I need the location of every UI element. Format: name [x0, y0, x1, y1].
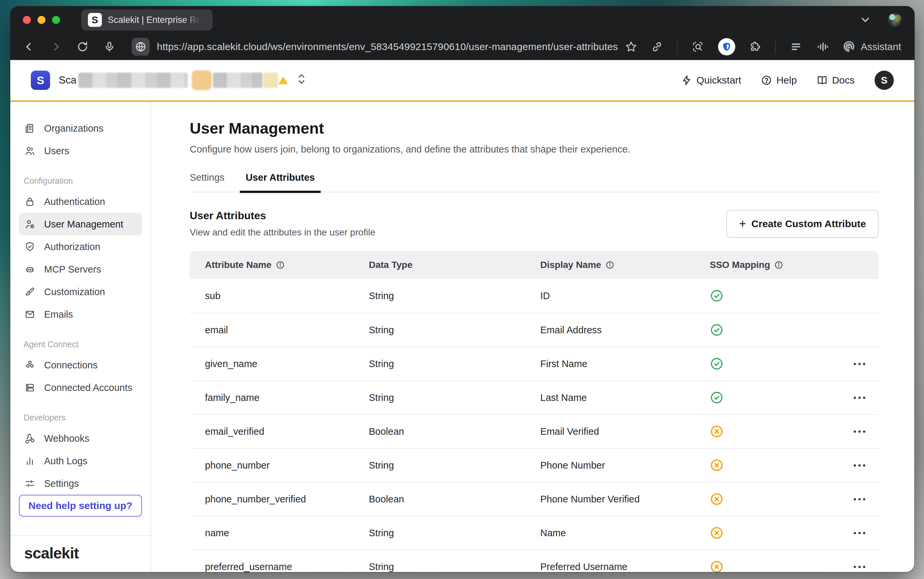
site-globe-icon — [132, 38, 150, 56]
envelope-icon — [24, 309, 36, 320]
info-icon[interactable] — [605, 260, 615, 270]
table-row-name: nameStringName — [190, 516, 878, 550]
docs-button[interactable]: Docs — [817, 75, 855, 86]
sidebar-item-label: Settings — [44, 478, 79, 489]
column-header-label: Attribute Name — [205, 260, 271, 270]
organizations-icon — [24, 123, 36, 134]
data-type-cell: String — [369, 325, 540, 335]
x-circle-icon — [710, 526, 836, 540]
window-minimize-button[interactable] — [38, 16, 46, 24]
data-type-cell: Boolean — [369, 426, 540, 437]
copy-link-icon[interactable] — [651, 41, 663, 53]
assistant-label: Assistant — [861, 41, 901, 52]
extensions-puzzle-icon[interactable] — [749, 41, 761, 53]
create-custom-attribute-button[interactable]: + Create Custom Attribute — [726, 210, 878, 238]
row-actions-cell — [836, 495, 878, 504]
sidebar-item-authentication[interactable]: Authentication — [19, 190, 142, 213]
scalekit-app: S Sca Qui — [10, 60, 914, 572]
attribute-name-cell: sub — [190, 291, 369, 301]
user-attributes-table: Attribute NameData TypeDisplay NameSSO M… — [190, 251, 878, 572]
attribute-name-cell: family_name — [190, 392, 369, 403]
sidebar-item-mcp-servers[interactable]: MCP Servers — [19, 258, 142, 281]
tab-list-chevron-icon[interactable] — [859, 14, 871, 26]
column-header-label: Data Type — [369, 260, 412, 270]
sidebar-nav: OrganizationsUsersConfigurationAuthentic… — [10, 102, 151, 572]
window-zoom-button[interactable] — [52, 16, 60, 24]
sidebar-item-label: Customization — [44, 286, 105, 298]
row-actions-cell — [836, 393, 878, 402]
data-type-cell: Boolean — [369, 494, 540, 505]
browser-tab[interactable]: S Scalekit | Enterprise Ready A — [81, 9, 213, 31]
sidebar-item-webhooks[interactable]: Webhooks — [19, 427, 142, 450]
row-menu-ellipsis-icon[interactable] — [852, 427, 867, 436]
info-icon[interactable] — [774, 260, 783, 270]
sidebar-item-label: Auth Logs — [44, 456, 88, 466]
desktop-background: S Scalekit | Enterprise Ready A — [0, 0, 924, 579]
tab-settings[interactable]: Settings — [190, 172, 224, 192]
sidebar-item-connections[interactable]: Connections — [19, 354, 142, 376]
table-header-row: Attribute NameData TypeDisplay NameSSO M… — [190, 251, 878, 279]
row-menu-ellipsis-icon[interactable] — [852, 360, 867, 368]
need-help-button[interactable]: Need help setting up? — [19, 495, 142, 517]
bookmark-star-icon[interactable] — [625, 41, 637, 53]
check-circle-icon — [710, 289, 836, 303]
sidebar-item-user-management[interactable]: User Management — [19, 213, 142, 236]
display-name-cell: Preferred Username — [540, 561, 710, 572]
page-subtitle: Configure how users join, belong to orga… — [190, 144, 878, 155]
help-circle-icon — [761, 75, 772, 85]
reload-icon[interactable] — [77, 41, 88, 53]
section-header: User Attributes View and edit the attrib… — [190, 209, 878, 238]
browser-profile-avatar[interactable] — [888, 13, 902, 27]
address-bar[interactable]: https://app.scalekit.cloud/ws/environmen… — [132, 38, 618, 56]
sidebar-item-label: Connected Accounts — [44, 382, 132, 393]
reading-list-icon[interactable] — [790, 41, 802, 53]
info-icon[interactable] — [276, 260, 285, 270]
x-circle-icon — [710, 424, 836, 438]
url-text: https://app.scalekit.cloud/ws/environmen… — [157, 41, 618, 52]
browser-url-bar: https://app.scalekit.cloud/ws/environmen… — [10, 33, 914, 60]
forward-icon[interactable] — [50, 41, 61, 52]
row-menu-ellipsis-icon[interactable] — [852, 563, 867, 571]
user-avatar[interactable]: S — [875, 70, 894, 90]
table-row-phone_number: phone_numberStringPhone Number — [190, 448, 878, 482]
data-type-cell: String — [369, 358, 540, 370]
sidebar-item-authorization[interactable]: Authorization — [19, 236, 142, 258]
sidebar-item-label: Users — [44, 146, 69, 157]
row-menu-ellipsis-icon[interactable] — [852, 528, 867, 538]
display-name-cell: Phone Number Verified — [540, 494, 710, 505]
x-circle-icon — [710, 560, 836, 572]
display-name-cell: Email Address — [540, 325, 710, 335]
sidebar-item-label: Emails — [44, 309, 73, 320]
bitwarden-extension-icon[interactable] — [718, 38, 735, 56]
display-name-cell: Last Name — [540, 392, 710, 403]
assistant-button[interactable]: Assistant — [843, 41, 901, 53]
section-title: User Attributes — [190, 209, 375, 222]
workspace-switcher[interactable]: Sca — [59, 70, 307, 90]
sidebar-item-label: Organizations — [44, 123, 103, 134]
window-close-button[interactable] — [23, 16, 31, 24]
sidebar-item-emails[interactable]: Emails — [19, 303, 142, 325]
row-actions-cell — [836, 360, 878, 368]
tab-user-attributes[interactable]: User Attributes — [246, 172, 315, 192]
help-button[interactable]: Help — [761, 75, 797, 86]
table-row-given_name: given_nameStringFirst Name — [190, 347, 878, 380]
sidebar-item-organizations[interactable]: Organizations — [19, 117, 142, 140]
plus-icon: + — [739, 217, 746, 231]
toolbar-divider — [677, 39, 677, 54]
sidebar-item-settings[interactable]: Settings — [19, 472, 142, 495]
microphone-icon[interactable] — [104, 41, 115, 52]
back-icon[interactable] — [23, 41, 35, 52]
sidebar-section-label: Configuration — [23, 176, 142, 186]
row-menu-ellipsis-icon[interactable] — [852, 393, 867, 402]
sidebar-item-connected-accounts[interactable]: Connected Accounts — [19, 376, 142, 399]
workspace-selector-chevrons-icon[interactable] — [296, 72, 307, 88]
sidebar-item-users[interactable]: Users — [19, 140, 142, 162]
row-menu-ellipsis-icon[interactable] — [852, 495, 867, 504]
sidebar-item-customization[interactable]: Customization — [19, 281, 142, 303]
sidebar-item-auth-logs[interactable]: Auth Logs — [19, 450, 142, 472]
row-menu-ellipsis-icon[interactable] — [852, 461, 867, 470]
environment-name-redacted — [263, 73, 278, 88]
voice-waveform-icon[interactable] — [816, 41, 829, 53]
quickstart-button[interactable]: Quickstart — [681, 75, 741, 86]
screenshot-search-icon[interactable] — [692, 41, 704, 53]
